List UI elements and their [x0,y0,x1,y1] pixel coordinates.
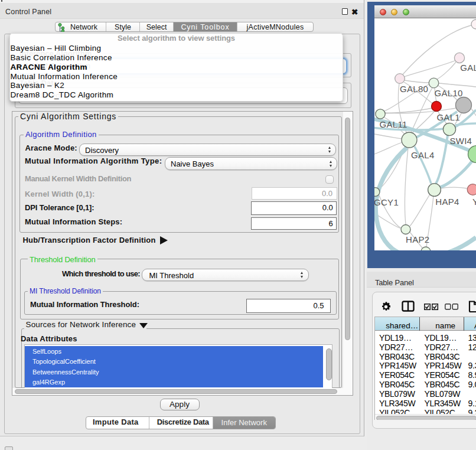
svg-text:HAP4: HAP4 [435,197,459,207]
svg-text:GAL11: GAL11 [380,119,407,129]
svg-text:GAL10: GAL10 [435,88,463,98]
svg-text:GAL4: GAL4 [411,150,435,160]
svg-text:SWI4: SWI4 [449,136,472,146]
svg-text:HAP2: HAP2 [406,234,429,244]
svg-text:GAL7: GAL7 [460,63,476,73]
svg-text:GAL1: GAL1 [436,112,460,122]
svg-text:GCY1: GCY1 [374,197,399,207]
svg-text:GAL80: GAL80 [400,84,428,94]
svg-text:YM: YM [472,197,476,207]
